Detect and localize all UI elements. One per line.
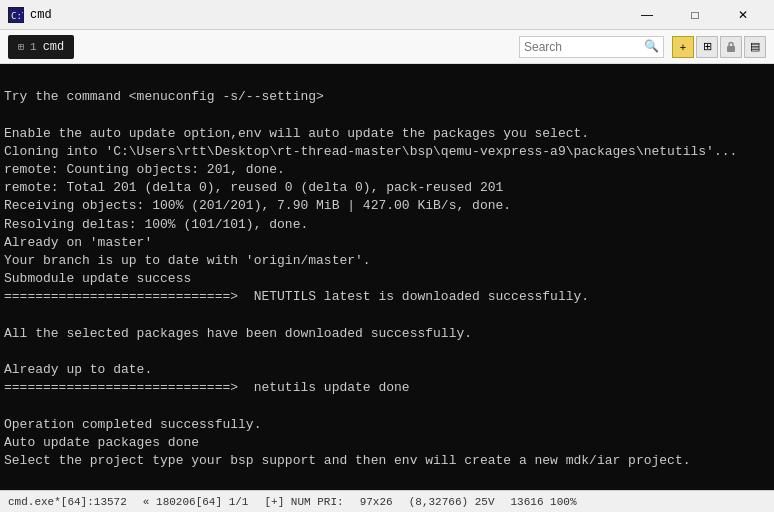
tab-label: cmd [43,40,65,54]
terminal-line-7: Receiving objects: 100% (201/201), 7.90 … [4,198,511,213]
view-button[interactable]: ▤ [744,36,766,58]
status-extra: 13616 100% [511,496,577,508]
terminal-line-10: Your branch is up to date with 'origin/m… [4,253,371,268]
terminal-line-11: Submodule update success [4,271,191,286]
status-position: « 180206[64] 1/1 [143,496,249,508]
window-controls: — □ ✕ [624,0,766,30]
svg-text:C:\: C:\ [11,11,23,21]
terminal-line-5: remote: Counting objects: 201, done. [4,162,285,177]
close-button[interactable]: ✕ [720,0,766,30]
terminal-output: Try the command <menuconfig -s/--setting… [0,64,774,490]
terminal-line-3: Enable the auto update option,env will a… [4,126,589,141]
terminal-line-14: All the selected packages have been down… [4,326,472,341]
terminal-line-20: Auto update packages done [4,435,199,450]
lock-button[interactable] [720,36,742,58]
minimize-button[interactable]: — [624,0,670,30]
title-bar: C:\ cmd — □ ✕ [0,0,774,30]
maximize-button[interactable]: □ [672,0,718,30]
svg-rect-2 [727,46,735,52]
status-memory: (8,32766) 25V [409,496,495,508]
window-title: cmd [30,8,624,22]
grid-button[interactable]: ⊞ [696,36,718,58]
terminal-line-19: Operation completed successfully. [4,417,261,432]
tab-num: 1 [30,41,37,53]
terminal-line-9: Already on 'master' [4,235,152,250]
terminal-line-16: Already up to date. [4,362,152,377]
status-flags: [+] NUM PRI: [264,496,343,508]
terminal-line-12: =============================> NETUTILS … [4,289,589,304]
add-tab-button[interactable]: + [672,36,694,58]
terminal-line-1: Try the command <menuconfig -s/--setting… [4,89,324,104]
app-icon: C:\ [8,7,24,23]
prompt-user: rtt@DESKTOP-F4GEEB2 [4,489,152,490]
terminal-prompt: rtt@DESKTOP-F4GEEB2 C:\Users\rtt\Desktop… [4,489,613,490]
status-cpu: 97x26 [360,496,393,508]
terminal-line-8: Resolving deltas: 100% (101/101), done. [4,217,308,232]
terminal-line-6: remote: Total 201 (delta 0), reused 0 (d… [4,180,503,195]
status-bar: cmd.exe*[64]:13572 « 180206[64] 1/1 [+] … [0,490,774,512]
toolbar: ⊞ 1 cmd 🔍 + ⊞ ▤ [0,30,774,64]
tab-icon: ⊞ [18,41,24,53]
prompt-path: C:\Users\rtt\Desktop\rt-thread-master\bs… [160,489,612,490]
tab-cmd[interactable]: ⊞ 1 cmd [8,35,74,59]
search-input[interactable] [524,40,644,54]
terminal-line-21: Select the project type your bsp support… [4,453,691,468]
status-process: cmd.exe*[64]:13572 [8,496,127,508]
search-icon: 🔍 [644,39,659,54]
search-box[interactable]: 🔍 [519,36,664,58]
terminal-line-4: Cloning into 'C:\Users\rtt\Desktop\rt-th… [4,144,737,159]
terminal-line-17: =============================> netutils … [4,380,410,395]
toolbar-buttons: + ⊞ ▤ [672,36,766,58]
